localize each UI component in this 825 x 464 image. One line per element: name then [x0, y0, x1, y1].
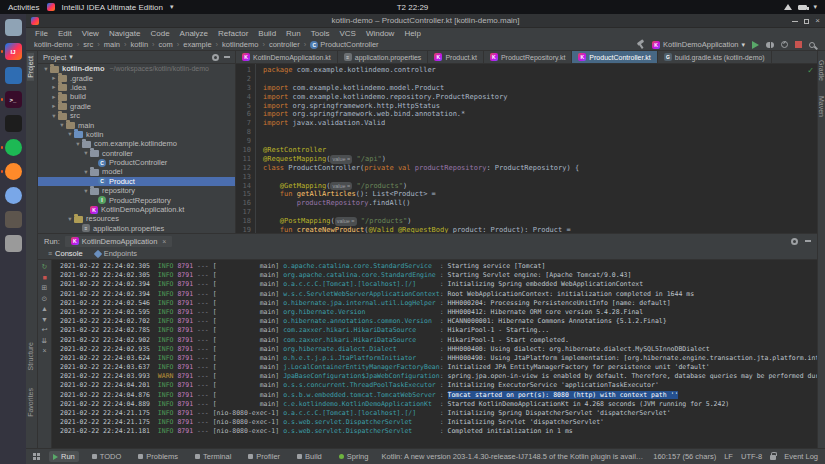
expand-chevron-icon[interactable]: ▸: [50, 102, 58, 110]
profiler-button[interactable]: [781, 41, 788, 48]
tree-item-repository[interactable]: ▾ repository: [38, 186, 235, 195]
statusbar-problems-button[interactable]: Problems: [134, 451, 182, 462]
scroll-to-end-icon[interactable]: ⇊: [42, 337, 48, 345]
dock-chromium-icon[interactable]: [5, 187, 22, 204]
breadcrumb-src[interactable]: src: [83, 40, 93, 49]
statusbar-build-button[interactable]: Build: [293, 451, 326, 462]
statusbar-terminal-button[interactable]: Terminal: [191, 451, 235, 462]
tree-item-kotlin[interactable]: ▾ kotlin: [38, 130, 235, 139]
expand-chevron-icon[interactable]: ▾: [82, 187, 90, 195]
dock-firefox-icon[interactable]: [5, 163, 22, 180]
tree-item-kotlindemoapplication-kt[interactable]: K KotlinDemoApplication.kt: [38, 205, 235, 214]
dock-vscode-icon[interactable]: [5, 67, 22, 84]
close-button[interactable]: ×: [815, 17, 820, 25]
tool-stripe-structure[interactable]: Structure: [27, 339, 34, 373]
stop-icon[interactable]: ■: [42, 274, 46, 282]
statusbar-todo-button[interactable]: TODO: [88, 451, 126, 462]
tool-stripe-gradle[interactable]: Gradle: [818, 57, 825, 84]
tool-stripe-project[interactable]: Project: [27, 53, 34, 81]
window-title-bar[interactable]: kotlin-demo – ProductController.kt [kotl…: [26, 14, 825, 28]
tree-item-application-properties[interactable]: ≡ application.properties: [38, 224, 235, 233]
run-tab-console[interactable]: ≡Console: [48, 249, 83, 258]
project-panel-header[interactable]: Project ▾: [38, 51, 235, 64]
menu-help[interactable]: Help: [399, 29, 425, 38]
gear-icon[interactable]: [791, 238, 798, 245]
expand-chevron-icon[interactable]: ▸: [50, 83, 58, 91]
tree-item-model[interactable]: ▾ model: [38, 167, 235, 176]
code-area[interactable]: package com.example.kotlindemo.controlle…: [256, 64, 817, 233]
tree-item-productrepository[interactable]: I ProductRepository: [38, 195, 235, 204]
expand-chevron-icon[interactable]: ▾: [58, 121, 66, 129]
editor-tab-productrepository-kt[interactable]: KProductRepository.kt: [484, 51, 572, 63]
expand-chevron-icon[interactable]: ▸: [50, 74, 58, 82]
breadcrumb-main[interactable]: main: [104, 40, 120, 49]
tree-item-product[interactable]: C Product: [38, 177, 235, 186]
tree-item-build[interactable]: ▸ build: [38, 92, 235, 101]
expand-chevron-icon[interactable]: ▾: [82, 168, 90, 176]
editor-tab-product-kt[interactable]: KProduct.kt: [428, 51, 484, 63]
dock-gimp-icon[interactable]: [5, 211, 22, 228]
hide-panel-icon[interactable]: [805, 240, 811, 242]
breadcrumb-example[interactable]: example: [183, 40, 211, 49]
breadcrumb-productcontroller[interactable]: CProductController: [310, 40, 378, 49]
menu-vcs[interactable]: VCS: [334, 29, 360, 38]
tree-item-src[interactable]: ▾ src: [38, 111, 235, 120]
breadcrumb-controller[interactable]: controller: [269, 40, 300, 49]
expand-chevron-icon[interactable]: ▾: [42, 65, 50, 73]
tree-item-kotlin-demo[interactable]: ▾ kotlin-demo ~/workspaces/kotlin/kotlin…: [38, 64, 235, 73]
event-log-button[interactable]: Event Log: [784, 452, 818, 461]
tree-item-gradle[interactable]: ▸ .gradle: [38, 73, 235, 82]
hide-panel-icon[interactable]: [224, 56, 230, 58]
gear-icon[interactable]: [212, 54, 219, 61]
menu-run[interactable]: Run: [281, 29, 306, 38]
menu-navigate[interactable]: Navigate: [104, 29, 146, 38]
breadcrumb-kotlin-demo[interactable]: kotlin-demo: [34, 40, 73, 49]
activities-button[interactable]: Activities: [8, 3, 40, 12]
menu-window[interactable]: Window: [361, 29, 399, 38]
search-everywhere-icon[interactable]: [809, 42, 815, 48]
maximize-button[interactable]: [804, 19, 809, 24]
file-encoding[interactable]: UTF-8: [741, 452, 762, 461]
close-icon[interactable]: ×: [162, 238, 166, 245]
minimize-button[interactable]: [792, 21, 798, 22]
breadcrumb-kotlin[interactable]: kotlin: [131, 40, 149, 49]
run-tab-endpoints[interactable]: Endpoints: [95, 249, 137, 258]
breadcrumb-kotlindemo[interactable]: kotlindemo: [222, 40, 258, 49]
tree-item-main[interactable]: ▾ main: [38, 120, 235, 129]
menu-build[interactable]: Build: [253, 29, 281, 38]
statusbar-spring-button[interactable]: Spring: [335, 451, 373, 462]
editor-tab-application-properties[interactable]: ≡application.properties: [338, 51, 429, 63]
run-button[interactable]: [752, 41, 759, 49]
build-hammer-icon[interactable]: [636, 40, 645, 49]
editor-tab-productcontroller-kt[interactable]: KProductController.kt: [572, 51, 657, 63]
statusbar-run-button[interactable]: Run: [49, 451, 79, 462]
tool-stripe-maven[interactable]: Maven: [818, 93, 825, 120]
stop-button[interactable]: [795, 41, 802, 48]
tool-stripe-favorites[interactable]: Favorites: [27, 385, 34, 420]
menu-analyze[interactable]: Analyze: [175, 29, 213, 38]
expand-chevron-icon[interactable]: ▾: [50, 112, 58, 120]
soft-wrap-icon[interactable]: ↩: [42, 326, 48, 334]
tree-item-com-example-kotlindemo[interactable]: ▾ com.example.kotlindemo: [38, 139, 235, 148]
breadcrumb-com[interactable]: com: [159, 40, 173, 49]
menu-tools[interactable]: Tools: [306, 29, 335, 38]
expand-chevron-icon[interactable]: ▾: [66, 215, 74, 223]
system-menu-chevron-icon[interactable]: ▾: [813, 3, 817, 11]
editor-tab-build-gradle-kts-kotlin-demo[interactable]: Gbuild.gradle.kts (kotlin-demo): [658, 51, 772, 63]
tree-item-controller[interactable]: ▾ controller: [38, 149, 235, 158]
up-icon[interactable]: ▲: [41, 305, 48, 313]
menu-edit[interactable]: Edit: [53, 29, 77, 38]
clock[interactable]: T2 22:29: [397, 3, 429, 12]
editor-tab-kotlindemoapplication-kt[interactable]: KKotlinDemoApplication.kt: [236, 51, 338, 63]
debug-button[interactable]: [766, 42, 774, 48]
rerun-icon[interactable]: ↻: [42, 263, 48, 271]
expand-chevron-icon[interactable]: ▾: [82, 149, 90, 157]
dock-terminal-icon[interactable]: >_: [5, 91, 22, 108]
dock-spotify-icon[interactable]: [5, 139, 22, 156]
focused-app-title[interactable]: IntelliJ IDEA Ultimate Edition: [62, 3, 163, 12]
pin-icon[interactable]: ⊙: [42, 295, 48, 303]
run-configuration-selector[interactable]: K KotlinDemoApplication ▾: [652, 40, 745, 49]
restore-layout-icon[interactable]: ⊞: [42, 284, 48, 292]
clear-icon[interactable]: ×: [42, 347, 46, 355]
caret-position[interactable]: 160:157 (56 chars): [653, 452, 716, 461]
